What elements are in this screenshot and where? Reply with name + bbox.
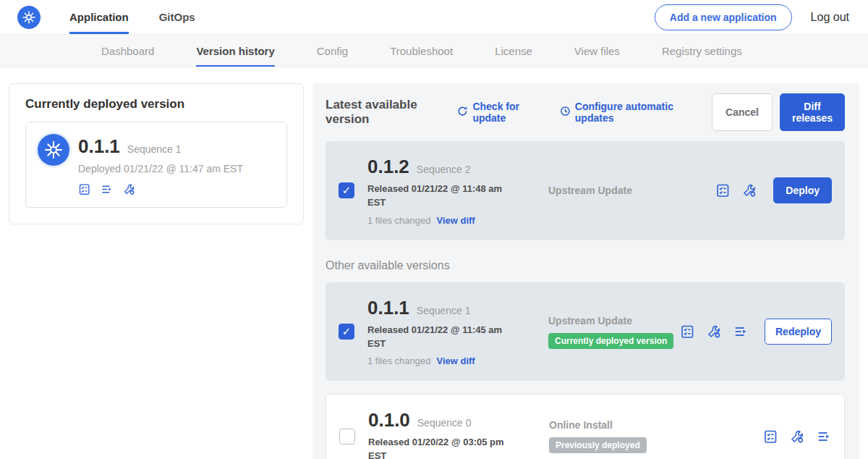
files-changed-label: 1 files changed [367,355,430,366]
config-icon[interactable] [707,324,721,339]
subnav-item-view-files[interactable]: View files [574,35,620,67]
currently-deployed-badge: Currently deployed version [548,333,673,349]
sequence-label: Sequence 0 [417,417,472,429]
released-timestamp: Released 01/21/22 @ 11:48 am EST [367,182,505,210]
preflight-checks-icon[interactable] [763,429,778,444]
configure-auto-updates-link[interactable]: Configure automatic updates [560,101,694,124]
top-navbar: Application GitOps Add a new application… [0,0,868,35]
version-history-panel: Latest available version Check for updat… [312,83,859,459]
refresh-icon [457,106,468,119]
released-timestamp: Released 01/20/22 @ 03:05 pm EST [368,436,506,459]
clock-icon [560,106,571,119]
add-new-application-button[interactable]: Add a new application [655,4,792,30]
check-for-update-link[interactable]: Check for update [457,101,542,124]
cancel-button[interactable]: Cancel [712,93,773,131]
sequence-label: Sequence 2 [417,164,471,175]
deployed-version-number: 0.1.1 [78,135,120,158]
view-diff-link[interactable]: View diff [436,355,475,366]
version-number: 0.1.2 [367,156,409,178]
view-diff-link[interactable]: View diff [436,215,475,226]
kubernetes-logo-icon [17,6,41,29]
subnav-item-license[interactable]: License [495,35,532,67]
deployed-timestamp: Deployed 01/21/22 @ 11:47 am EST [78,163,243,174]
version-row-0-1-2: 0.1.2 Sequence 2 Released 01/21/22 @ 11:… [326,141,845,240]
diff-releases-button[interactable]: Diff releases [780,93,845,131]
config-icon[interactable] [790,429,804,444]
deploy-logs-icon[interactable] [733,324,748,339]
files-changed-label: 1 files changed [367,215,430,226]
currently-deployed-panel: Currently deployed version 0.1.1 Sequenc… [9,83,304,224]
released-timestamp: Released 01/21/22 @ 11:45 am EST [367,324,505,351]
version-source-label: Online Install [549,419,763,431]
preflight-checks-icon[interactable] [715,183,730,198]
check-for-update-label: Check for update [472,101,542,124]
deploy-button[interactable]: Deploy [773,177,832,203]
app-subnav: Dashboard Version history Config Trouble… [0,35,868,67]
latest-available-title: Latest available version [326,98,446,127]
subnav-item-troubleshoot[interactable]: Troubleshoot [390,35,453,67]
config-icon[interactable] [742,183,757,198]
version-row-0-1-0: 0.1.0 Sequence 0 Released 01/20/22 @ 03:… [326,394,845,459]
subnav-item-version-history[interactable]: Version history [196,35,274,67]
deployed-sequence-label: Sequence 1 [127,143,182,155]
version-source-label: Upstream Update [548,315,680,327]
currently-deployed-title: Currently deployed version [25,97,287,111]
logout-link[interactable]: Log out [811,11,849,24]
version-number: 0.1.1 [367,297,409,319]
version-source-label: Upstream Update [548,185,715,196]
preflight-checks-icon[interactable] [680,324,694,339]
version-number: 0.1.0 [368,409,410,431]
deployed-version-card: 0.1.1 Sequence 1 Deployed 01/21/22 @ 11:… [25,122,287,208]
subnav-item-dashboard[interactable]: Dashboard [101,35,154,67]
subnav-item-config[interactable]: Config [317,35,348,67]
sequence-label: Sequence 1 [417,305,471,316]
nav-tab-application[interactable]: Application [69,0,129,34]
version-checkbox[interactable] [339,429,355,445]
app-icon [38,134,69,166]
redeploy-button[interactable]: Redeploy [765,319,832,345]
configure-auto-updates-label: Configure automatic updates [575,101,694,124]
other-versions-title: Other available versions [326,259,845,272]
previously-deployed-badge: Previously deployed [549,437,647,453]
config-icon[interactable] [123,183,135,195]
preflight-checks-icon[interactable] [78,183,90,195]
version-checkbox[interactable] [339,182,354,198]
subnav-item-registry-settings[interactable]: Registry settings [662,35,742,67]
version-checkbox[interactable] [339,324,354,340]
version-row-0-1-1: 0.1.1 Sequence 1 Released 01/21/22 @ 11:… [326,282,845,382]
deploy-logs-icon[interactable] [817,429,831,444]
deploy-logs-icon[interactable] [101,183,113,195]
nav-tab-gitops[interactable]: GitOps [159,0,195,34]
